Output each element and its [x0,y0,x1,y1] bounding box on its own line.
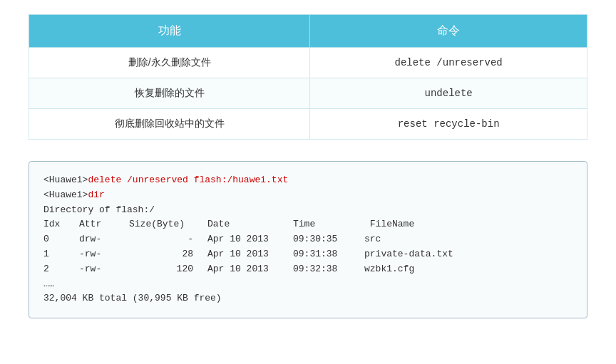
attr-0: drw- [79,232,129,247]
table-row: 删除/永久删除文件 delete /unreserved [29,48,587,78]
size-0: - [129,232,207,247]
terminal-output: <Huawei>delete /unreserved flash:/huawei… [29,161,587,318]
terminal-line-1: <Huawei>delete /unreserved flash:/huawei… [43,173,573,188]
col-attr: Attr [79,217,129,232]
date-0: Apr 10 2013 [207,232,293,247]
command-cell: reset recycle-bin [310,109,587,140]
size-1: 28 [129,247,207,262]
command-cell: delete /unreserved [310,48,587,78]
date-1: Apr 10 2013 [207,247,293,262]
idx-1: 1 [43,247,79,262]
dir-row-1: 1-rw-28Apr 10 201309:31:38private-data.t… [43,247,573,262]
feature-cell: 删除/永久删除文件 [29,48,310,78]
terminal-ellipsis: …… [43,277,573,292]
col-size: Size(Byte) [129,217,207,232]
attr-2: -rw- [79,262,129,277]
feature-table: 功能 命令 删除/永久删除文件 delete /unreserved 恢复删除的… [29,14,587,140]
col-time: Time [293,217,364,232]
col-idx: Idx [43,217,79,232]
terminal-summary: 32,004 KB total (30,995 KB free) [43,291,573,306]
table-row: 彻底删除回收站中的文件 reset recycle-bin [29,109,587,140]
idx-2: 2 [43,262,79,277]
col-date: Date [207,217,293,232]
command-cell: undelete [310,78,587,109]
filename-2: wzbk1.cfg [364,264,414,274]
table-row: 恢复删除的文件 undelete [29,78,587,109]
time-2: 09:32:38 [293,262,364,277]
attr-1: -rw- [79,247,129,262]
terminal-line-2: <Huawei>dir [43,188,573,203]
feature-cell: 恢复删除的文件 [29,78,310,109]
time-0: 09:30:35 [293,232,364,247]
prompt-2: <Huawei> [43,189,88,200]
size-2: 120 [129,262,207,277]
dir-row-0: 0drw--Apr 10 201309:30:35src [43,232,573,247]
terminal-header: Idx Attr Size(Byte) Date Time FileName [43,217,573,232]
time-1: 09:31:38 [293,247,364,262]
col-header-command: 命令 [310,15,587,48]
col-header-feature: 功能 [29,15,310,48]
feature-cell: 彻底删除回收站中的文件 [29,109,310,140]
command-2: dir [88,189,104,200]
filename-0: src [364,234,381,244]
filename-1: private-data.txt [364,249,453,259]
dir-row-2: 2-rw-120Apr 10 201309:32:38wzbk1.cfg [43,262,573,277]
idx-0: 0 [43,232,79,247]
date-2: Apr 10 2013 [207,262,293,277]
col-filename: FileName [364,219,414,229]
terminal-line-dir: Directory of flash:/ [43,203,573,218]
command-1: delete /unreserved flash:/huawei.txt [88,175,288,185]
prompt-1: <Huawei> [43,175,88,185]
